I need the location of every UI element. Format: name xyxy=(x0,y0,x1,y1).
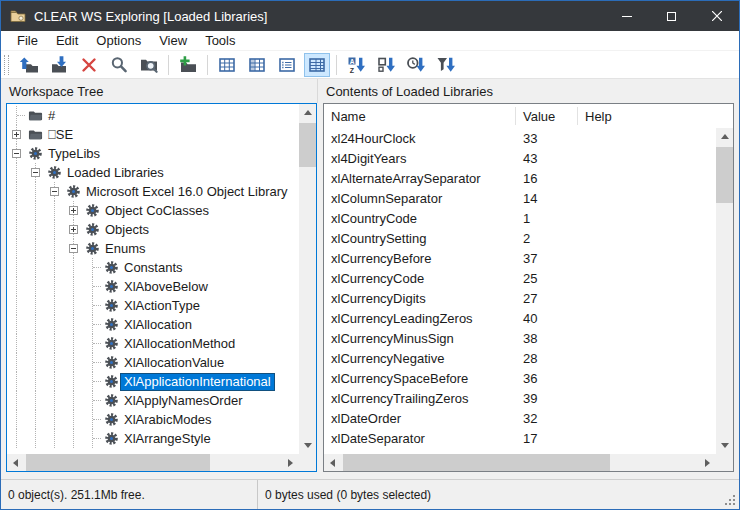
scroll-up-icon[interactable] xyxy=(716,128,733,145)
scroll-left-icon[interactable] xyxy=(324,454,341,471)
list-row-xldateseparator[interactable]: xlDateSeparator17 xyxy=(324,428,716,448)
tree-item-xlabovebelow[interactable]: XlAboveBelow xyxy=(7,277,299,296)
delete-button[interactable] xyxy=(76,53,102,77)
tree-item-label[interactable]: XlAllocationValue xyxy=(120,354,228,372)
sort-by-name-button[interactable]: AZ xyxy=(343,53,369,77)
tree-item-label[interactable]: XlAllocation xyxy=(120,316,196,334)
column-header-help[interactable]: Help xyxy=(578,107,733,125)
tree-item-enums[interactable]: Enums xyxy=(7,239,299,258)
tree-item-xlarabicmodes[interactable]: XlArabicModes xyxy=(7,410,299,429)
scroll-left-icon[interactable] xyxy=(7,454,24,471)
expand-icon[interactable] xyxy=(64,220,83,239)
list-row-xlcurrencyspacebefore[interactable]: xlCurrencySpaceBefore36 xyxy=(324,368,716,388)
tree-item-xlallocationmethod[interactable]: XlAllocationMethod xyxy=(7,334,299,353)
tree-item-label[interactable]: ⎕SE xyxy=(44,126,77,144)
list-horizontal-scrollbar[interactable] xyxy=(324,454,716,471)
find-button[interactable] xyxy=(106,53,132,77)
tree-item-object-coclasses[interactable]: Object CoClasses xyxy=(7,201,299,220)
scroll-down-icon[interactable] xyxy=(716,437,733,454)
column-header-value[interactable]: Value xyxy=(516,107,578,125)
list-row-xlcurrencyleadingzeros[interactable]: xlCurrencyLeadingZeros40 xyxy=(324,308,716,328)
tree-item-label[interactable]: XlAllocationMethod xyxy=(120,335,239,353)
collapse-icon[interactable] xyxy=(26,163,45,182)
menu-tools[interactable]: Tools xyxy=(196,31,244,50)
tree-horizontal-scrollbar[interactable] xyxy=(7,454,299,471)
copy-into-button[interactable] xyxy=(46,53,72,77)
details-view-button[interactable] xyxy=(304,53,330,77)
resize-grip-icon[interactable] xyxy=(723,480,739,509)
menu-view[interactable]: View xyxy=(150,31,196,50)
tree-vertical-scrollbar[interactable] xyxy=(299,104,316,454)
list-row-xlcolumnseparator[interactable]: xlColumnSeparator14 xyxy=(324,188,716,208)
list-row-xlcurrencynegative[interactable]: xlCurrencyNegative28 xyxy=(324,348,716,368)
sort-by-date-button[interactable] xyxy=(403,53,429,77)
list-row-xldateorder[interactable]: xlDateOrder32 xyxy=(324,408,716,428)
tree-item-label[interactable]: XlAboveBelow xyxy=(120,278,212,296)
tree-item-#[interactable]: # xyxy=(7,106,299,125)
close-button[interactable] xyxy=(694,1,739,31)
tree-item-label[interactable]: XlArabicModes xyxy=(120,411,215,429)
maximize-button[interactable] xyxy=(649,1,694,31)
copy-up-button[interactable] xyxy=(16,53,42,77)
scroll-down-icon[interactable] xyxy=(299,437,316,454)
list-row-xlcurrencyminussign[interactable]: xlCurrencyMinusSign38 xyxy=(324,328,716,348)
find-objects-button[interactable] xyxy=(136,53,162,77)
tree-item-label[interactable]: # xyxy=(44,107,59,125)
tree-item-xlapplicationinternational[interactable]: XlApplicationInternational xyxy=(7,372,299,391)
list-hscroll-thumb[interactable] xyxy=(343,454,610,471)
tree-item-label[interactable]: TypeLibs xyxy=(44,145,104,163)
list-view-button[interactable] xyxy=(274,53,300,77)
menu-edit[interactable]: Edit xyxy=(47,31,87,50)
tree-item-xlapplynamesorder[interactable]: XlApplyNamesOrder xyxy=(7,391,299,410)
large-icons-view-button[interactable] xyxy=(214,53,240,77)
expand-icon[interactable] xyxy=(7,125,26,144)
toolbar-grip[interactable] xyxy=(4,55,9,75)
list-row-xlcurrencydigits[interactable]: xlCurrencyDigits27 xyxy=(324,288,716,308)
new-namespace-button[interactable] xyxy=(175,53,201,77)
tree-item-label[interactable]: Object CoClasses xyxy=(101,202,213,220)
tree-item-xlactiontype[interactable]: XlActionType xyxy=(7,296,299,315)
list-row-xlalternatearrayseparator[interactable]: xlAlternateArraySeparator16 xyxy=(324,168,716,188)
tree-item-label[interactable]: XlArrangeStyle xyxy=(120,430,215,448)
list-row-xlcurrencycode[interactable]: xlCurrencyCode25 xyxy=(324,268,716,288)
tree-item-loaded-libraries[interactable]: Loaded Libraries xyxy=(7,163,299,182)
tree-item--se[interactable]: ⎕SE xyxy=(7,125,299,144)
collapse-icon[interactable] xyxy=(64,239,83,258)
list-vscroll-thumb[interactable] xyxy=(716,147,733,203)
list-row-xlcountrysetting[interactable]: xlCountrySetting2 xyxy=(324,228,716,248)
tree-item-typelibs[interactable]: TypeLibs xyxy=(7,144,299,163)
tree-item-xlarrangestyle[interactable]: XlArrangeStyle xyxy=(7,429,299,448)
tree-item-label[interactable]: XlApplicationInternational xyxy=(120,373,275,391)
tree-item-label[interactable]: Constants xyxy=(120,259,187,277)
menu-file[interactable]: File xyxy=(8,31,47,50)
list-row-xl4digityears[interactable]: xl4DigitYears43 xyxy=(324,148,716,168)
list-row-xl24hourclock[interactable]: xl24HourClock33 xyxy=(324,128,716,148)
scroll-right-icon[interactable] xyxy=(282,454,299,471)
tree-vscroll-thumb[interactable] xyxy=(299,123,316,167)
list-row-xlcurrencybefore[interactable]: xlCurrencyBefore37 xyxy=(324,248,716,268)
list-row-xlcurrencytrailingzeros[interactable]: xlCurrencyTrailingZeros39 xyxy=(324,388,716,408)
collapse-icon[interactable] xyxy=(45,182,64,201)
scroll-up-icon[interactable] xyxy=(299,104,316,121)
tree-item-label[interactable]: Enums xyxy=(101,240,149,258)
list-vertical-scrollbar[interactable] xyxy=(716,128,733,454)
tree-item-constants[interactable]: Constants xyxy=(7,258,299,277)
collapse-icon[interactable] xyxy=(7,144,26,163)
tree-item-label[interactable]: Loaded Libraries xyxy=(63,164,168,182)
tree-item-label[interactable]: Microsoft Excel 16.0 Object Library xyxy=(82,183,292,201)
menu-options[interactable]: Options xyxy=(87,31,150,50)
tree-item-label[interactable]: XlApplyNamesOrder xyxy=(120,392,247,410)
minimize-button[interactable] xyxy=(604,1,649,31)
tree-item-xlallocation[interactable]: XlAllocation xyxy=(7,315,299,334)
tree-item-xlallocationvalue[interactable]: XlAllocationValue xyxy=(7,353,299,372)
tree-item-microsoft-excel-16-0-object-library[interactable]: Microsoft Excel 16.0 Object Library xyxy=(7,182,299,201)
scroll-right-icon[interactable] xyxy=(699,454,716,471)
tree-hscroll-thumb[interactable] xyxy=(26,454,210,471)
tree-item-objects[interactable]: Objects xyxy=(7,220,299,239)
expand-icon[interactable] xyxy=(64,201,83,220)
tree-item-label[interactable]: XlActionType xyxy=(120,297,204,315)
sort-by-type-button[interactable] xyxy=(433,53,459,77)
small-icons-view-button[interactable] xyxy=(244,53,270,77)
tree-item-label[interactable]: Objects xyxy=(101,221,153,239)
sort-by-size-button[interactable] xyxy=(373,53,399,77)
